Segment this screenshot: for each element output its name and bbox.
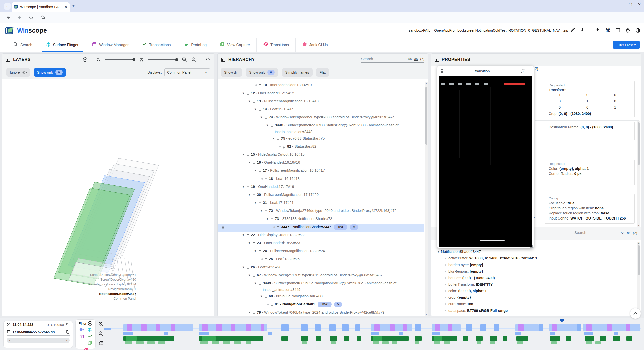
layer-label[interactable]: ScreenDecorOverlayBottom#61 [32,272,136,277]
trace-event-segment[interactable] [466,324,473,331]
collapse-panel-icon[interactable] [6,58,10,62]
hierarchy-node-3449[interactable]: ▼3449 - Surface(name=885b63e NavigationB… [218,280,424,293]
trace-event-segment[interactable] [518,324,524,331]
transactions-icon[interactable] [87,334,92,340]
scroll-right-icon[interactable]: › [66,339,67,342]
curr-property-row[interactable]: blurRegions: [empty] [445,268,636,275]
expand-arrow-icon[interactable]: ▼ [271,135,276,142]
trace-event-segment[interactable] [344,336,349,341]
trace-event-segment[interactable] [403,324,407,331]
hierarchy-node-3448[interactable]: ▼3448 - Surface(name=ed70f88 StatusBar)/… [218,122,424,135]
reset-view-icon[interactable] [205,57,211,62]
expand-arrow-icon[interactable]: ▼ [247,309,252,316]
trace-event-segment[interactable] [315,324,320,331]
layer-label[interactable]: PointerLocation - display 0#134 [32,282,136,287]
reset-zoom-icon[interactable] [98,340,104,346]
spacing-slider[interactable] [148,59,178,60]
ignore-chip[interactable]: Ignore [6,68,30,77]
curr-property-row[interactable]: currFrame: 155 [445,301,636,307]
trace-event-segment[interactable] [551,341,557,344]
new-tab-button[interactable]: + [72,3,75,9]
trace-event-segment[interactable] [516,336,528,341]
hierarchy-scrollbar[interactable]: ▲ ▼ [425,82,428,316]
forward-icon[interactable] [17,15,22,20]
trace-event-segment[interactable] [477,341,481,344]
trace-event-segment[interactable] [281,324,289,331]
trace-event-segment[interactable] [171,324,175,331]
rotation-icon[interactable] [96,57,101,62]
trace-event-segment[interactable] [156,324,160,331]
curr-search[interactable]: Search Aa ab (.*) [574,230,637,236]
home-icon[interactable] [40,15,45,20]
trace-event-segment[interactable] [216,324,222,331]
reload-icon[interactable] [29,15,34,20]
trace-event-segment[interactable] [329,324,336,331]
hierarchy-node-72[interactable]: ▼72 - WindowToken{a2746de type=2040 andr… [218,207,424,215]
match-case-icon[interactable]: Aa [408,57,412,61]
flat-chip[interactable]: Flat [316,68,329,77]
report-bug-icon[interactable] [625,28,630,33]
trace-event-segment[interactable] [415,336,422,341]
hierarchy-node-16[interactable]: ▼16 - OneHanded:16:16#16 [218,159,424,167]
trace-event-segment[interactable] [147,341,155,344]
trace-event-segment[interactable] [202,324,207,331]
protolog-icon[interactable] [79,341,84,346]
curr-property-row[interactable]: color: (0, 0, 0), alpha: 1 [445,288,636,294]
eye-icon[interactable] [221,225,225,231]
trace-event-segment[interactable] [127,324,132,331]
trace-event-segment[interactable] [125,341,132,344]
trace-event-segment[interactable] [200,341,208,344]
trace-event-segment[interactable] [342,324,349,331]
hierarchy-node-82[interactable]: 82 - StatusBar#82 [218,143,424,151]
hierarchy-node-75[interactable]: ▼75 - ed70f88 StatusBar#75 [218,135,424,143]
tab-search[interactable]: Search [7,38,39,52]
trace-event-segment[interactable] [246,341,251,344]
trace-event-segment[interactable] [415,324,421,331]
documentation-icon[interactable] [615,28,620,33]
scroll-left-icon[interactable]: ‹ [9,339,10,342]
hierarchy-node-13[interactable]: ▼13 - FullscreenMagnification:15:15#13 [218,98,424,106]
tab-protolog[interactable]: ProtoLog [177,38,213,52]
expand-arrow-icon[interactable]: ▼ [253,106,258,112]
trace-event-segment[interactable] [613,336,620,341]
current-timestamp-ns[interactable]: 1715339054227572545 ns [12,330,64,334]
collapse-properties-button[interactable] [630,308,641,319]
show-diff-chip[interactable]: Show diff [221,68,242,77]
regex-icon[interactable]: (.*) [420,57,424,61]
trace-event-segment[interactable] [448,324,452,331]
trace-event-segment[interactable] [302,341,307,344]
layer-label[interactable]: Common Panel [32,296,136,301]
trace-event-segment[interactable] [432,332,440,335]
trace-event-segment[interactable] [494,324,499,331]
simplify-names-chip[interactable]: Simplify names [282,68,313,77]
trace-event-segment[interactable] [399,332,403,335]
copy-icon[interactable] [66,330,70,334]
trace-event-segment[interactable] [373,336,382,341]
trace-event-segment[interactable] [607,324,611,331]
hierarchy-node-79[interactable]: ▼79 - WindowToken{7046b4a type=2024 andr… [218,309,424,316]
hierarchy-node-67[interactable]: ▼67 - WindowToken{e5176f9 type=2019 andr… [218,272,424,280]
curr-list-scrollbar[interactable]: ▲ [637,242,640,315]
window-close-icon[interactable]: ✕ [638,2,641,7]
match-word-icon[interactable]: ab [414,57,418,61]
hierarchy-node-81[interactable]: 81 - NavigationBar0#81HWCV [218,301,424,309]
download-icon[interactable] [580,28,585,33]
trace-event-segment[interactable] [199,332,208,335]
curr-property-row[interactable]: bufferTransform: IDENTITY [445,281,636,288]
hierarchy-node-24[interactable]: ▼24 - FullscreenMagnification:18:23#24 [218,248,424,256]
trace-event-segment[interactable] [373,341,379,344]
expand-arrow-icon[interactable]: ▼ [253,280,258,286]
trace-event-segment[interactable] [330,336,337,341]
trace-event-segment[interactable] [614,332,618,335]
trace-event-segment[interactable] [246,324,251,331]
trace-event-segment[interactable] [202,336,215,341]
tab-transactions[interactable]: Transactions [135,38,177,52]
trace-event-segment[interactable] [626,336,632,341]
trace-event-segment[interactable] [212,341,219,344]
trace-event-segment[interactable] [444,341,450,344]
transitions-icon[interactable] [83,347,88,350]
hierarchy-node-15[interactable]: ▼15 - HideDisplayCutout:16:16#15 [218,151,424,159]
drag-handle-icon[interactable] [441,69,444,73]
trace-event-segment[interactable] [476,336,483,341]
trace-event-segment[interactable] [301,336,308,341]
